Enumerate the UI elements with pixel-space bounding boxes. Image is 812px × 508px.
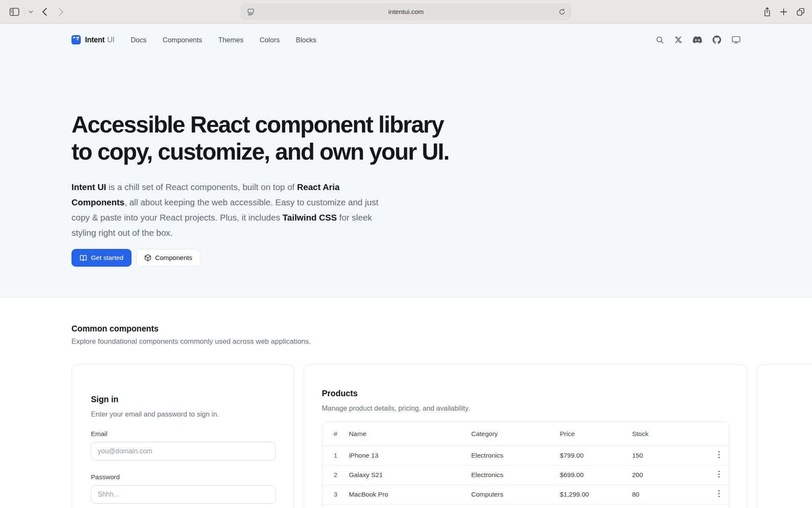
products-description: Manage product details, pricing, and ava… [322,403,730,413]
chevron-down-icon[interactable] [28,10,33,14]
products-title: Products [322,388,730,399]
kebab-menu-icon[interactable] [718,451,720,458]
reload-icon[interactable] [559,8,565,15]
url-bar[interactable]: intentui.com [241,4,571,20]
back-icon[interactable] [42,8,47,16]
package-icon [144,254,151,262]
components-label: Components [155,254,192,262]
column-header-stock: Stock [632,422,700,446]
signin-title: Sign in [91,394,275,405]
kebab-menu-icon[interactable] [718,470,720,478]
nav-item-docs[interactable]: Docs [131,36,147,44]
toolbar-divider [24,7,25,17]
browser-chrome: intentui.com [0,0,812,24]
section-subtitle: Explore foundational components commonly… [71,337,741,346]
table-row[interactable]: 3 MacBook Pro Computers $1,299.00 80 [322,485,729,504]
search-icon[interactable] [656,36,664,44]
tab-overview-icon[interactable] [796,7,805,17]
kebab-menu-icon[interactable] [718,490,720,497]
products-card: Products Manage product details, pricing… [304,364,748,508]
nav-item-colors[interactable]: Colors [260,36,280,44]
sidebar-toggle-icon[interactable] [9,8,19,16]
main-nav: Docs Components Themes Colors Blocks [131,36,316,44]
password-field[interactable] [91,485,276,504]
page-top-section: Intent UI Docs Components Themes Colors … [0,24,812,298]
share-icon[interactable] [763,7,771,17]
column-header-num: # [322,422,349,446]
table-row[interactable]: 4 Dell XPS 13 Computers $1,199.00 60 [322,504,729,508]
hero-title-line2: to copy, customize, and own your UI. [71,138,741,165]
intent-ui-logo-icon [71,35,81,44]
table-header-row: # Name Category Price Stock [322,422,729,446]
table-row[interactable]: 1 iPhone 13 Electronics $799.00 150 [322,446,729,465]
display-icon[interactable] [732,36,741,44]
hero-par-seg: is a chill set of React components, buil… [106,182,297,192]
site-header: Intent UI Docs Components Themes Colors … [71,24,741,56]
brand-suffix: UI [107,36,115,44]
discord-icon[interactable] [693,36,702,44]
components-section: Common components Explore foundational c… [0,298,812,508]
hero-par-seg: Tailwind CSS [283,213,337,222]
products-table: # Name Category Price Stock 1 i [322,422,730,508]
email-field[interactable] [91,442,276,461]
table-row[interactable]: 2 Galaxy S21 Electronics $699.00 200 [322,465,729,485]
column-header-price: Price [560,422,632,446]
column-header-category: Category [471,422,560,446]
next-card-edge [757,364,812,508]
signin-card: Sign in Enter your email and password to… [71,364,294,508]
url-text[interactable]: intentui.com [241,8,571,16]
book-open-icon [80,254,87,262]
hero-section: Accessible React component library to co… [71,56,741,297]
get-started-button[interactable]: Get started [71,249,132,267]
x-twitter-icon[interactable] [675,36,682,44]
password-label: Password [91,472,275,482]
signin-description: Enter your email and password to sign in… [91,409,275,419]
nav-item-components[interactable]: Components [163,36,203,44]
brand-name: Intent [85,36,104,44]
github-icon[interactable] [713,36,721,44]
email-label: Email [91,429,275,439]
components-button[interactable]: Components [136,249,200,267]
hero-title: Accessible React component library to co… [71,111,741,165]
nav-item-blocks[interactable]: Blocks [296,36,316,44]
hero-title-line1: Accessible React component library [71,111,741,138]
nav-item-themes[interactable]: Themes [218,36,244,44]
new-tab-icon[interactable] [780,8,787,16]
hero-par-seg: Intent UI [71,182,106,192]
get-started-label: Get started [91,254,123,262]
hero-paragraph: Intent UI is a chill set of React compon… [71,179,388,240]
brand-link[interactable]: Intent UI [71,35,115,44]
column-header-name: Name [349,422,471,446]
forward-icon[interactable] [58,8,64,16]
section-title: Common components [71,324,741,334]
